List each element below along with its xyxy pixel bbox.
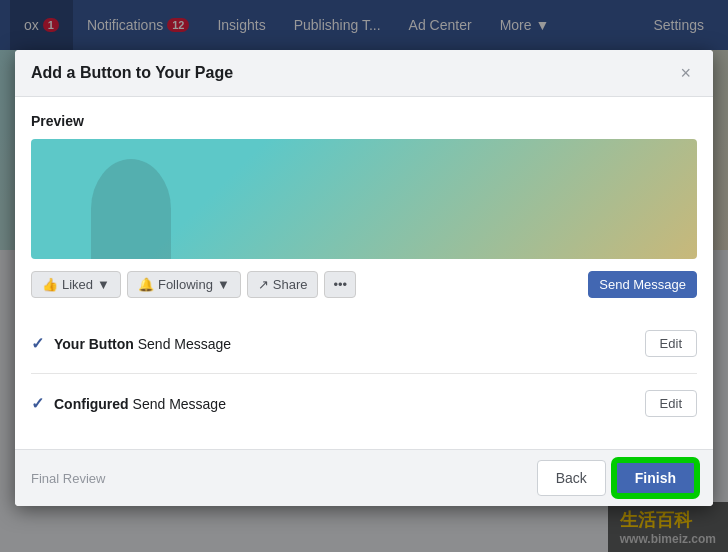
your-button-label: Your Button Send Message [54,336,231,352]
page-actions-row: 👍 Liked ▼ 🔔 Following ▼ ↗ Share ••• Send… [31,271,697,298]
liked-label: Liked [62,277,93,292]
close-button[interactable]: × [674,62,697,84]
more-actions-button[interactable]: ••• [324,271,356,298]
footer-actions: Back Finish [537,460,697,496]
finish-button[interactable]: Finish [614,460,697,496]
configured-check-icon: ✓ [31,394,44,413]
liked-chevron-icon: ▼ [97,277,110,292]
more-dots-icon: ••• [333,277,347,292]
preview-label: Preview [31,113,697,129]
liked-button[interactable]: 👍 Liked ▼ [31,271,121,298]
your-button-strong: Your Button [54,336,134,352]
share-label: Share [273,277,308,292]
send-message-label: Send Message [599,277,686,292]
following-button[interactable]: 🔔 Following ▼ [127,271,241,298]
dialog-body: Preview 👍 Liked ▼ 🔔 Following ▼ ↗ Share … [15,97,713,449]
dialog-header: Add a Button to Your Page × [15,50,713,97]
preview-image [31,139,697,259]
configured-strong: Configured [54,396,129,412]
your-button-check-icon: ✓ [31,334,44,353]
configured-edit-button[interactable]: Edit [645,390,697,417]
share-icon: ↗ [258,277,269,292]
back-button[interactable]: Back [537,460,606,496]
dialog-title: Add a Button to Your Page [31,64,233,82]
your-button-value: Send Message [138,336,231,352]
share-button[interactable]: ↗ Share [247,271,319,298]
footer-step-label: Final Review [31,471,105,486]
send-message-button[interactable]: Send Message [588,271,697,298]
bell-icon: 🔔 [138,277,154,292]
configured-row: ✓ Configured Send Message Edit [31,374,697,433]
thumbs-up-icon: 👍 [42,277,58,292]
configured-label: Configured Send Message [54,396,226,412]
your-button-edit-button[interactable]: Edit [645,330,697,357]
following-label: Following [158,277,213,292]
dialog-footer: Final Review Back Finish [15,449,713,506]
your-button-row: ✓ Your Button Send Message Edit [31,314,697,374]
add-button-dialog: Add a Button to Your Page × Preview 👍 Li… [15,50,713,506]
following-chevron-icon: ▼ [217,277,230,292]
configured-value: Send Message [133,396,226,412]
